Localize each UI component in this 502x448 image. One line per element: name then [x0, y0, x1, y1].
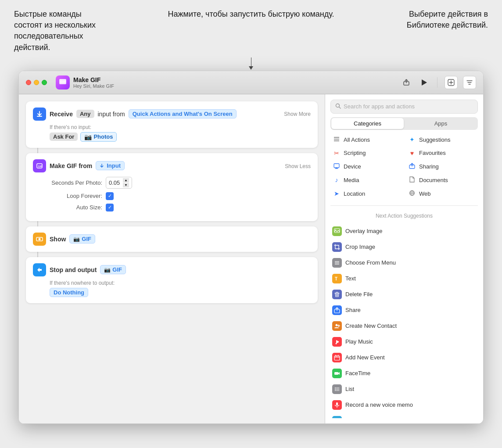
seconds-label: Seconds Per Photo:	[50, 179, 102, 186]
app-title: Make GIF	[73, 76, 114, 83]
action-create-new-contact[interactable]: Create New Contact	[330, 318, 478, 334]
list-label: List	[345, 386, 354, 392]
main-content: Receive Any input from Quick Actions and…	[19, 94, 483, 423]
connector-1	[37, 148, 38, 153]
seconds-input[interactable]: 0.05 ▲ ▼	[106, 177, 132, 189]
svg-point-29	[335, 229, 336, 230]
receive-step-icon	[33, 108, 46, 121]
loop-label: Loop Forever:	[50, 193, 102, 199]
category-web[interactable]: Web	[406, 187, 478, 200]
device-icon	[332, 163, 341, 170]
title-text: Make GIF Hey Siri, Make GIF	[73, 76, 114, 89]
search-icon	[335, 103, 341, 110]
web-icon	[408, 190, 416, 197]
facetime-icon	[332, 369, 342, 378]
receive-label: Receive	[50, 111, 73, 118]
action-share[interactable]: Share	[330, 302, 478, 318]
app-subtitle: Hey Siri, Make GIF	[73, 83, 114, 89]
share-action-label: Share	[345, 307, 361, 313]
close-button[interactable]	[26, 80, 31, 85]
documents-icon	[408, 176, 416, 184]
auto-size-row: Auto Size: ✓	[50, 204, 311, 211]
receive-any-token[interactable]: Any	[76, 110, 94, 118]
filter-button[interactable]	[463, 76, 476, 89]
choose-from-menu-icon	[332, 258, 342, 268]
add-action-button[interactable]	[445, 76, 458, 89]
stop-step: Stop and output 📷 GIF If there's nowhere…	[26, 257, 318, 303]
show-gif-token[interactable]: 📷 GIF	[69, 234, 95, 244]
select-photos-icon	[332, 416, 342, 418]
run-button[interactable]	[418, 76, 430, 89]
show-less-link[interactable]: Show Less	[285, 163, 311, 169]
action-facetime[interactable]: FaceTime	[330, 366, 478, 381]
category-media[interactable]: ♪ Media	[330, 174, 402, 186]
minimize-button[interactable]	[34, 80, 39, 85]
share-action-icon	[332, 305, 342, 315]
category-scripting[interactable]: ✂ Scripting	[330, 147, 402, 159]
show-more-link[interactable]: Show More	[284, 111, 311, 117]
svg-line-17	[339, 107, 341, 108]
action-delete-file[interactable]: Delete File	[330, 287, 478, 302]
receive-step-header: Receive Any input from Quick Actions and…	[33, 108, 311, 121]
ask-for-token[interactable]: Ask For	[50, 133, 78, 141]
action-play-music[interactable]: Play Music	[330, 334, 478, 350]
svg-text:GIF: GIF	[60, 80, 66, 84]
category-device[interactable]: Device	[330, 160, 402, 173]
tab-bar: Categories Apps	[330, 117, 478, 130]
action-list[interactable]: List	[330, 381, 478, 397]
scripting-label: Scripting	[344, 150, 366, 156]
suggestions-section-label: Next Action Suggestions	[330, 213, 478, 219]
svg-rect-21	[334, 164, 339, 168]
do-nothing-token[interactable]: Do Nothing	[50, 288, 88, 297]
action-select-photos[interactable]: Select Photos	[330, 413, 478, 418]
stop-step-header: Stop and output 📷 GIF	[33, 263, 311, 276]
receive-source-token[interactable]: Quick Actions and What's On Screen	[129, 109, 237, 118]
seconds-down-btn[interactable]: ▼	[123, 183, 129, 187]
action-text[interactable]: T Text	[330, 271, 478, 287]
make-gif-label: Make GIF from	[50, 162, 92, 169]
photos-token[interactable]: 📷 Photos	[80, 132, 117, 142]
action-crop-image[interactable]: Crop Image	[330, 239, 478, 255]
search-bar[interactable]: Search for apps and actions	[330, 100, 478, 114]
choose-from-menu-label: Choose From Menu	[345, 259, 396, 266]
workflow-panel: Receive Any input from Quick Actions and…	[19, 94, 325, 423]
category-sharing[interactable]: Sharing	[406, 160, 478, 173]
svg-point-45	[336, 343, 337, 344]
overlay-image-label: Overlay Image	[345, 228, 383, 234]
category-documents[interactable]: Documents	[406, 174, 478, 186]
make-gif-params: Seconds Per Photo: 0.05 ▲ ▼ Loop Forever…	[50, 177, 311, 211]
svg-point-42	[336, 324, 338, 326]
favourites-icon: ♥	[408, 150, 416, 157]
action-overlay-image[interactable]: Overlay Image	[330, 223, 478, 239]
svg-text:17: 17	[336, 355, 338, 357]
stop-gif-token[interactable]: 📷 GIF	[100, 265, 126, 274]
all-actions-icon	[332, 136, 341, 143]
show-step-icon	[33, 233, 46, 246]
location-label: Location	[344, 190, 365, 197]
tab-categories[interactable]: Categories	[331, 118, 404, 129]
stop-step-icon	[33, 263, 46, 276]
seconds-up-btn[interactable]: ▲	[123, 178, 129, 183]
category-suggestions[interactable]: ✦ Suggestions	[406, 133, 478, 146]
action-choose-from-menu[interactable]: Choose From Menu	[330, 255, 478, 271]
seconds-stepper[interactable]: ▲ ▼	[123, 178, 129, 187]
share-button[interactable]	[400, 76, 412, 89]
category-location[interactable]: ➤ Location	[330, 187, 402, 200]
suggestions-label-text: Suggestions	[419, 136, 451, 143]
action-record-voice-memo[interactable]: Record a new voice memo	[330, 397, 478, 413]
categories-grid: All Actions ✦ Suggestions ✂ Scripting ♥ …	[330, 133, 478, 200]
crop-image-label: Crop Image	[345, 244, 375, 250]
maximize-button[interactable]	[42, 80, 47, 85]
traffic-lights	[26, 80, 47, 85]
tab-apps[interactable]: Apps	[405, 118, 477, 129]
category-all-actions[interactable]: All Actions	[330, 133, 402, 146]
category-favourites[interactable]: ♥ Favourites	[406, 147, 478, 159]
center-arrow-tip	[249, 66, 253, 70]
action-add-new-event[interactable]: 17 Add New Event	[330, 350, 478, 366]
auto-size-checkbox[interactable]: ✓	[106, 204, 114, 211]
loop-checkbox[interactable]: ✓	[106, 192, 114, 200]
loop-forever-row: Loop Forever: ✓	[50, 192, 311, 200]
make-gif-input-token[interactable]: Input	[96, 161, 125, 170]
svg-point-52	[335, 387, 336, 388]
app-icon-title: GIF Make GIF Hey Siri, Make GIF	[56, 75, 114, 90]
